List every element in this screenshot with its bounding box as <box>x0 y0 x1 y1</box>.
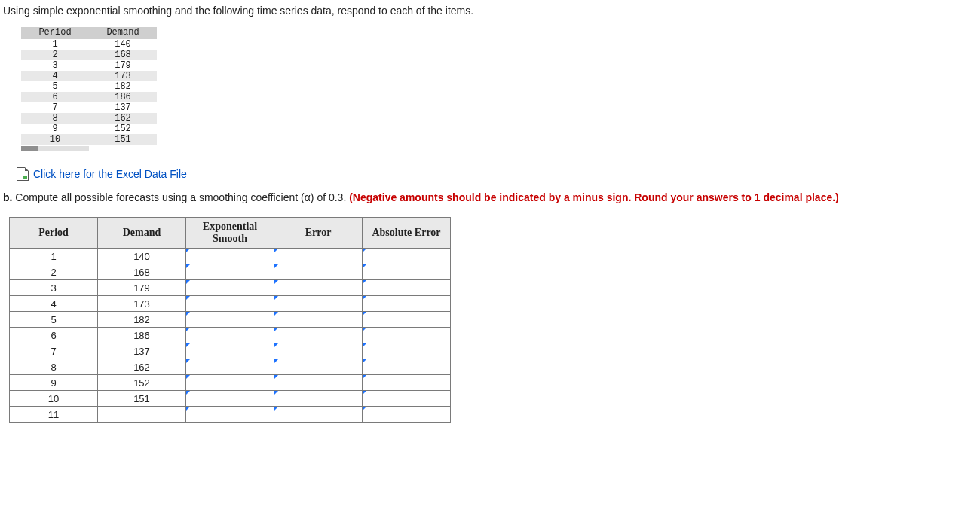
ans-input-exp[interactable] <box>186 391 274 407</box>
ans-input-err[interactable] <box>274 264 363 280</box>
partb-text: Compute all possible forecasts using a s… <box>12 191 349 203</box>
ans-input-err[interactable] <box>274 328 363 343</box>
ans-demand-cell: 162 <box>98 359 186 375</box>
period-cell: 4 <box>21 71 89 81</box>
ans-input-abserr[interactable] <box>363 249 451 264</box>
ans-demand-cell: 168 <box>98 264 186 280</box>
ans-period-cell: 11 <box>10 407 98 423</box>
table-row: 3179 <box>10 280 451 296</box>
demand-cell: 168 <box>89 50 157 60</box>
partb-red-instruction: (Negative amounts should be indicated by… <box>349 191 839 203</box>
ans-demand-cell: 179 <box>98 280 186 296</box>
ans-col-error: Error <box>274 218 363 249</box>
ans-input-err[interactable] <box>274 343 363 359</box>
ans-input-abserr[interactable] <box>363 407 451 423</box>
ans-demand-cell: 182 <box>98 312 186 328</box>
demand-cell: 151 <box>89 134 157 145</box>
ans-col-abs-error: Absolute Error <box>363 218 451 249</box>
ans-input-exp[interactable] <box>186 312 274 328</box>
table-row: 11 <box>10 407 451 423</box>
excel-link-text: Click here for the Excel Data File <box>33 168 187 180</box>
ans-input-err[interactable] <box>274 407 363 423</box>
table-row: 7137 <box>21 102 157 113</box>
table-row: 4173 <box>10 296 451 312</box>
ans-col-period: Period <box>10 218 98 249</box>
ans-input-exp[interactable] <box>186 343 274 359</box>
ans-period-cell: 9 <box>10 375 98 391</box>
ans-input-exp[interactable] <box>186 280 274 296</box>
ans-demand-cell: 137 <box>98 343 186 359</box>
table-row: 4173 <box>21 71 157 81</box>
ans-input-exp[interactable] <box>186 359 274 375</box>
table-row: 10151 <box>21 134 157 145</box>
ans-period-cell: 8 <box>10 359 98 375</box>
ans-period-cell: 5 <box>10 312 98 328</box>
ans-input-exp[interactable] <box>186 407 274 423</box>
ans-input-err[interactable] <box>274 312 363 328</box>
ans-input-abserr[interactable] <box>363 296 451 312</box>
ans-input-exp[interactable] <box>186 249 274 264</box>
ans-period-cell: 1 <box>10 249 98 264</box>
table-row: 2168 <box>21 50 157 60</box>
demand-cell: 137 <box>89 102 157 113</box>
ans-input-err[interactable] <box>274 359 363 375</box>
ans-period-cell: 7 <box>10 343 98 359</box>
table-row: 7137 <box>10 343 451 359</box>
demand-cell: 182 <box>89 81 157 92</box>
period-cell: 3 <box>21 60 89 71</box>
demand-cell: 140 <box>89 38 157 50</box>
demand-cell: 179 <box>89 60 157 71</box>
period-cell: 8 <box>21 113 89 124</box>
table-row: 8162 <box>10 359 451 375</box>
ans-input-exp[interactable] <box>186 328 274 343</box>
ans-col-demand: Demand <box>98 218 186 249</box>
ans-period-cell: 2 <box>10 264 98 280</box>
period-cell: 10 <box>21 134 89 145</box>
ans-input-abserr[interactable] <box>363 312 451 328</box>
table-row: 1140 <box>21 38 157 50</box>
ans-col-exp-smooth: Exponential Smooth <box>186 218 274 249</box>
demand-cell: 186 <box>89 92 157 102</box>
period-cell: 1 <box>21 38 89 50</box>
ans-input-err[interactable] <box>274 375 363 391</box>
ans-input-exp[interactable] <box>186 296 274 312</box>
ans-input-err[interactable] <box>274 391 363 407</box>
ans-period-cell: 10 <box>10 391 98 407</box>
excel-data-file-link[interactable]: Click here for the Excel Data File <box>17 167 977 181</box>
ans-input-abserr[interactable] <box>363 328 451 343</box>
table-row: 5182 <box>21 81 157 92</box>
col-demand-header: Demand <box>89 27 157 38</box>
table-row: 9152 <box>21 124 157 134</box>
ans-input-err[interactable] <box>274 280 363 296</box>
ans-input-abserr[interactable] <box>363 375 451 391</box>
ans-demand-cell: 151 <box>98 391 186 407</box>
ans-demand-cell: 152 <box>98 375 186 391</box>
demand-cell: 173 <box>89 71 157 81</box>
ans-input-abserr[interactable] <box>363 280 451 296</box>
ans-input-err[interactable] <box>274 296 363 312</box>
table-row: 8162 <box>21 113 157 124</box>
ans-input-exp[interactable] <box>186 375 274 391</box>
ans-input-abserr[interactable] <box>363 391 451 407</box>
time-series-table: Period Demand 11402168317941735182618671… <box>21 27 157 145</box>
table-row: 9152 <box>10 375 451 391</box>
demand-cell: 152 <box>89 124 157 134</box>
ans-input-abserr[interactable] <box>363 264 451 280</box>
answer-table: Period Demand Exponential Smooth Error A… <box>9 217 451 423</box>
period-cell: 2 <box>21 50 89 60</box>
table-row: 6186 <box>21 92 157 102</box>
intro-text: Using simple exponential smoothing and t… <box>3 5 977 17</box>
ans-demand-cell: 140 <box>98 249 186 264</box>
excel-file-icon <box>17 167 29 181</box>
ans-input-exp[interactable] <box>186 264 274 280</box>
table-scroll-indicator <box>21 146 89 151</box>
table-row: 1140 <box>10 249 451 264</box>
ans-input-err[interactable] <box>274 249 363 264</box>
period-cell: 7 <box>21 102 89 113</box>
ans-input-abserr[interactable] <box>363 343 451 359</box>
ans-period-cell: 4 <box>10 296 98 312</box>
ans-demand-cell <box>98 407 186 423</box>
partb-prompt: b. Compute all possible forecasts using … <box>3 191 977 203</box>
period-cell: 5 <box>21 81 89 92</box>
ans-input-abserr[interactable] <box>363 359 451 375</box>
